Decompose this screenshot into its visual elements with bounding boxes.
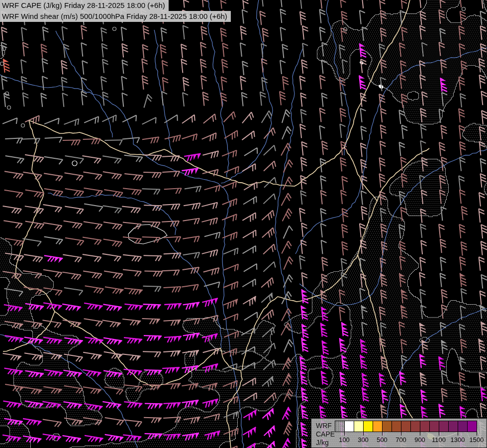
legend-tick-label: 900 <box>414 436 425 444</box>
legend-color-box <box>448 421 458 432</box>
legend-tick-mark <box>420 432 420 436</box>
weather-map-canvas <box>0 0 487 448</box>
legend-color-box <box>410 421 420 432</box>
legend-tick-label: 1300 <box>451 436 465 444</box>
legend-color-box <box>420 421 430 432</box>
legend-tick-mark <box>363 432 364 436</box>
legend-color-box <box>363 421 373 432</box>
legend-color-box <box>401 421 411 432</box>
legend-color-box <box>382 421 392 432</box>
legend-color-box <box>335 421 345 432</box>
legend-color-box <box>373 421 383 432</box>
legend-tick-label: 100 <box>339 436 350 444</box>
legend-model-label: WRF <box>316 422 332 429</box>
title-cape: WRF CAPE (J/kg) Friday 28-11-2025 18:00 … <box>0 0 169 11</box>
legend-tick-label: 500 <box>377 436 388 444</box>
legend-color-box <box>429 421 439 432</box>
cape-legend: WRF CAPE J/kg 10030050070090011001300150… <box>311 418 487 448</box>
title-windshear: WRF Wind shear (m/s) 500/1000hPa Friday … <box>0 11 231 22</box>
legend-tick-mark <box>439 432 439 436</box>
legend-color-box <box>439 421 449 432</box>
legend-tick-label: 300 <box>358 436 369 444</box>
legend-color-box <box>344 421 354 432</box>
legend-tick-label: 700 <box>395 436 406 444</box>
legend-tick-mark <box>382 432 383 436</box>
weather-map-screen: WRF CAPE (J/kg) Friday 28-11-2025 18:00 … <box>0 0 487 448</box>
legend-tick-mark <box>477 432 477 436</box>
legend-tick-mark <box>344 432 345 436</box>
legend-tick-mark <box>401 432 401 436</box>
legend-field-label: CAPE <box>316 431 335 438</box>
legend-color-box <box>467 421 477 432</box>
legend-color-box <box>354 421 364 432</box>
legend-tick-label: 1500 <box>470 436 484 444</box>
legend-color-box <box>391 421 401 432</box>
legend-colorbar <box>335 421 477 432</box>
legend-tick-mark <box>458 432 458 436</box>
legend-tick-label: 1100 <box>432 436 446 444</box>
legend-unit-label: J/kg <box>316 439 329 446</box>
legend-color-box <box>458 421 468 432</box>
